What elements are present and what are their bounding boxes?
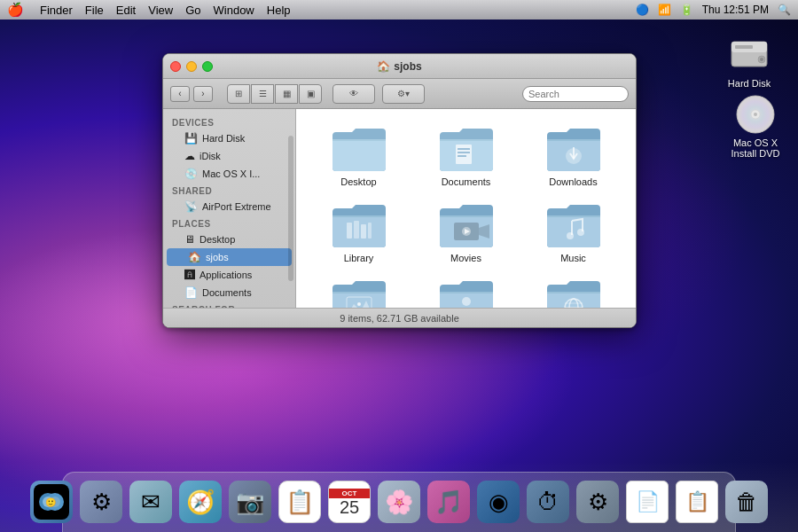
desktop-icon-install-dvd[interactable]: Mac OS X Install DVD (720, 93, 791, 159)
file-area: Desktop D (296, 109, 636, 308)
maximize-button[interactable] (202, 61, 213, 72)
desktop-icon-hard-disk[interactable]: Hard Disk (714, 34, 785, 89)
menubar-search-icon[interactable]: 🔍 (778, 4, 791, 16)
folder-library-label: Library (344, 253, 374, 263)
airport-sidebar-icon: 📡 (184, 200, 198, 213)
view-column-button[interactable]: ▦ (275, 84, 298, 104)
action-button[interactable]: ⚙▾ (382, 84, 425, 104)
window-title-text: sjobs (394, 60, 421, 73)
docs-sidebar-icon: 📄 (184, 286, 198, 299)
menu-finder[interactable]: Finder (40, 4, 73, 17)
view-coverflow-button[interactable]: ▣ (299, 84, 322, 104)
folder-pictures[interactable]: Pictures (305, 270, 412, 308)
dock-address-book[interactable]: 📋 (277, 479, 323, 525)
sidebar-item-idisk[interactable]: ☁ iDisk (163, 147, 295, 165)
sidebar-item-documents[interactable]: 📄 Documents (163, 284, 295, 301)
sidebar-airport-label: AirPort Extreme (202, 201, 271, 212)
window-title-icon: 🏠 (377, 60, 390, 73)
window-content: DEVICES 💾 Hard Disk ☁ iDisk 💿 Mac OS X I… (163, 109, 636, 308)
sidebar-item-hard-disk[interactable]: 💾 Hard Disk (163, 129, 295, 147)
dock-ical[interactable]: OCT 25 (326, 479, 372, 525)
folder-public[interactable]: Public (412, 270, 520, 308)
folder-movies[interactable]: Movies (412, 194, 520, 270)
apple-menu[interactable]: 🍎 (7, 2, 24, 18)
finder-window: 🏠 sjobs ‹ › ⊞ ☰ ▦ ▣ 👁 ⚙▾ DEVICES (162, 53, 637, 328)
dock-safari[interactable]: 🧭 (177, 479, 223, 525)
sidebar-item-applications[interactable]: 🅰 Applications (163, 266, 295, 284)
sidebar-item-macosx[interactable]: 💿 Mac OS X I... (163, 165, 295, 183)
dock-itunes[interactable]: 🎵 (426, 479, 472, 525)
sidebar-item-airport[interactable]: 📡 AirPort Extreme (163, 198, 295, 215)
dock-pdf1[interactable]: 📄 (624, 479, 670, 525)
hard-disk-icon (728, 34, 771, 76)
svg-rect-12 (458, 155, 466, 157)
sidebar-item-desktop[interactable]: 🖥 Desktop (163, 231, 295, 248)
svg-point-22 (577, 229, 584, 236)
dock-time-machine[interactable]: ⏱ (525, 479, 571, 525)
menu-go[interactable]: Go (185, 4, 200, 17)
svg-point-3 (760, 58, 763, 61)
status-bar: 9 items, 62.71 GB available (163, 308, 636, 327)
folder-documents-icon (438, 125, 495, 173)
folder-documents-label: Documents (442, 176, 491, 187)
folder-music[interactable]: Music (520, 194, 627, 270)
dock-pdf2[interactable]: 📋 (674, 479, 720, 525)
address-book-dock-icon: 📋 (278, 481, 321, 523)
dock-facetime[interactable]: 📷 (227, 479, 273, 525)
folder-library[interactable]: Library (305, 194, 412, 270)
menu-view[interactable]: View (148, 4, 173, 17)
sidebar-section-search: SEARCH FOR (163, 301, 295, 308)
sidebar-scrollbar[interactable] (288, 136, 293, 281)
menubar-time: Thu 12:51 PM (702, 4, 769, 16)
window-controls (170, 61, 213, 72)
folder-library-icon (331, 201, 387, 249)
svg-point-8 (754, 113, 757, 116)
folder-desktop[interactable]: Desktop (305, 118, 412, 194)
svg-rect-18 (368, 223, 372, 239)
folder-documents[interactable]: Documents (412, 118, 520, 194)
minimize-button[interactable] (186, 61, 197, 72)
menu-edit[interactable]: Edit (116, 4, 136, 17)
itunes-dock-icon: 🎵 (427, 481, 470, 523)
dock-mail[interactable]: ✉ (128, 479, 174, 525)
dock-finder[interactable]: 🙂 (28, 479, 74, 525)
mail-dock-icon: ✉ (129, 481, 172, 523)
ical-dock-icon: OCT 25 (328, 481, 371, 523)
svg-point-23 (357, 302, 361, 306)
trash-dock-icon: 🗑 (725, 481, 768, 523)
dock-trash[interactable]: 🗑 (724, 479, 770, 525)
dock-sys-prefs-2[interactable]: ⚙ (575, 479, 621, 525)
sjobs-sidebar-icon: 🏠 (188, 251, 201, 263)
dock-system-prefs[interactable]: ⚙ (78, 479, 124, 525)
close-button[interactable] (170, 61, 181, 72)
view-list-button[interactable]: ☰ (251, 84, 274, 104)
menu-window[interactable]: Window (214, 4, 254, 17)
quick-look-button[interactable]: 👁 (332, 84, 375, 104)
folder-downloads-icon (545, 125, 602, 173)
sidebar-item-sjobs[interactable]: 🏠 sjobs (167, 248, 292, 266)
dock-dashboard[interactable]: ◉ (475, 479, 521, 525)
folder-downloads[interactable]: Downloads (520, 118, 627, 194)
folder-sites[interactable]: Sites (520, 270, 627, 308)
view-icon-button[interactable]: ⊞ (227, 84, 250, 104)
nav-back-button[interactable]: ‹ (170, 86, 190, 102)
folder-music-icon (545, 201, 602, 249)
install-dvd-label: Mac OS X Install DVD (720, 137, 791, 159)
dock-iphoto[interactable]: 🌸 (376, 479, 422, 525)
wifi-icon: 📶 (658, 4, 671, 16)
system-prefs-dock-icon: ⚙ (80, 481, 122, 523)
finder-dock-icon: 🙂 (30, 481, 73, 523)
svg-rect-11 (458, 152, 470, 153)
search-input[interactable] (522, 86, 629, 102)
svg-text:🙂: 🙂 (45, 497, 57, 508)
folder-downloads-label: Downloads (549, 176, 597, 187)
nav-forward-button[interactable]: › (193, 86, 213, 102)
menu-help[interactable]: Help (267, 4, 291, 17)
battery-icon: 🔋 (680, 4, 693, 16)
hard-disk-label: Hard Disk (728, 78, 771, 89)
window-toolbar: ‹ › ⊞ ☰ ▦ ▣ 👁 ⚙▾ (163, 79, 636, 109)
folder-sites-icon (545, 278, 602, 308)
folder-pictures-icon (331, 278, 387, 308)
menu-file[interactable]: File (85, 4, 104, 17)
sidebar: DEVICES 💾 Hard Disk ☁ iDisk 💿 Mac OS X I… (163, 109, 296, 308)
